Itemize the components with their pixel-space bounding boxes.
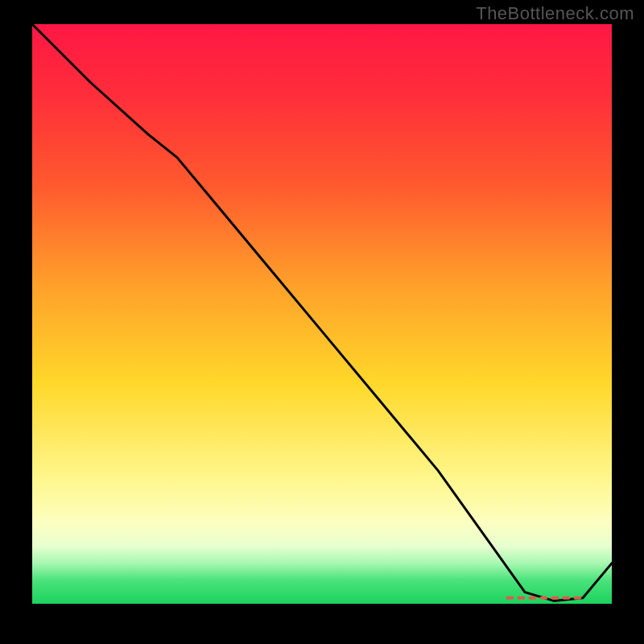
bottleneck-curve <box>32 24 612 601</box>
plot-area <box>32 24 612 604</box>
watermark-text: TheBottleneck.com <box>476 3 634 24</box>
chart-container: TheBottleneck.com <box>0 0 644 644</box>
curve-layer <box>32 24 612 604</box>
